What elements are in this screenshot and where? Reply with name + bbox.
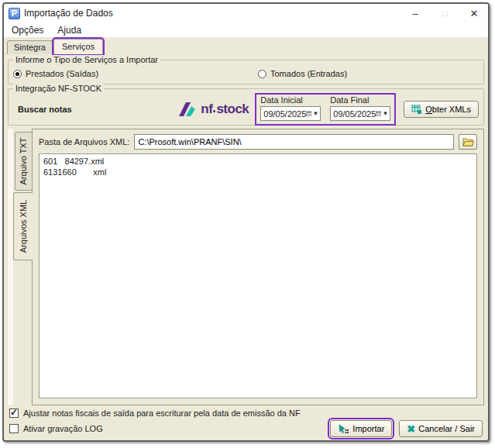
import-dialog-window: P Importação de Dados – □ ✕ Opções Ajuda… <box>2 2 490 442</box>
data-final-label: Data Final <box>330 95 390 105</box>
cancelar-label: Cancelar / Sair <box>418 424 475 433</box>
radio-prestados[interactable]: Prestados (Saídas) <box>13 69 98 78</box>
xml-file-list[interactable]: 601 84297.xml 6131660 xml <box>39 153 477 398</box>
window-title: Importação de Dados <box>24 8 113 19</box>
radio-tomados-label: Tomados (Entradas) <box>270 69 347 78</box>
obter-xmls-icon <box>411 105 422 115</box>
browse-folder-button[interactable] <box>459 134 477 150</box>
maximize-button[interactable]: □ <box>438 7 451 19</box>
pasta-label: Pasta de Arquivos XML: <box>39 137 129 146</box>
checkbox-checked-icon[interactable] <box>9 408 19 418</box>
pasta-row: Pasta de Arquivos XML: <box>39 134 477 150</box>
dates-annotation-box: Data Inicial 09/05/2025 ▼ <box>255 93 396 126</box>
xml-file-item[interactable]: 6131660 xml <box>43 167 473 177</box>
data-final-group: Data Final 09/05/2025 ▼ <box>330 95 390 121</box>
data-inicial-input[interactable]: 09/05/2025 ▼ <box>260 106 321 121</box>
importar-button[interactable]: Importar <box>330 420 392 437</box>
calendar-icon[interactable] <box>306 109 311 118</box>
menu-opcoes[interactable]: Opções <box>12 25 43 36</box>
checkbox-log-row[interactable]: Ativar gravação LOG <box>9 424 330 433</box>
data-inicial-group: Data Inicial 09/05/2025 ▼ <box>260 95 321 121</box>
nfstock-logo-text: nfstock <box>201 102 249 117</box>
checkbox-ajustar-label: Ajustar notas fiscais de saída para escr… <box>23 408 301 418</box>
obter-xmls-button[interactable]: Obter XMLs <box>404 101 479 118</box>
radio-selected-icon[interactable] <box>13 70 22 78</box>
cancelar-sair-button[interactable]: ✖ Cancelar / Sair <box>399 420 483 437</box>
cancel-x-icon: ✖ <box>407 423 415 435</box>
tab-arquivo-txt[interactable]: Arquivo TXT <box>15 132 32 191</box>
service-type-group-title: Informe o Tipo de Serviços a Importar <box>13 55 160 64</box>
nfstock-groupbox: Integração NF-STOCK Buscar notas nfstock… <box>8 88 484 126</box>
arquivos-xml-page: Pasta de Arquivos XML: 601 84297.xml 613… <box>32 129 484 405</box>
nfstock-logo-icon <box>177 100 198 119</box>
left-strip <box>8 129 13 405</box>
footer-bottom-row: Ativar gravação LOG Importar <box>9 420 483 437</box>
tab-servicos[interactable]: Serviços <box>53 39 103 54</box>
data-inicial-value: 09/05/2025 <box>263 109 306 119</box>
menu-ajuda[interactable]: Ajuda <box>57 25 81 36</box>
data-final-input[interactable]: 09/05/2025 ▼ <box>330 106 390 121</box>
file-pagecontrol: Arquivo TXT Arquivos XML Pasta de Arquiv… <box>8 129 484 405</box>
checkbox-log-label: Ativar gravação LOG <box>23 424 103 433</box>
titlebar: P Importação de Dados – □ ✕ <box>4 4 488 22</box>
radio-unselected-icon[interactable] <box>258 70 266 78</box>
date-dropdown-arrow-icon[interactable]: ▼ <box>381 110 390 117</box>
data-final-value: 09/05/2025 <box>333 109 376 119</box>
app-logo-icon: P <box>9 8 20 19</box>
tab-sintegra[interactable]: Sintegra <box>7 40 53 54</box>
checkbox-unchecked-icon[interactable] <box>9 424 19 433</box>
nfstock-group-title: Integração NF-STOCK <box>13 84 104 93</box>
date-dropdown-arrow-icon[interactable]: ▼ <box>311 110 320 117</box>
tab-bar: Sintegra Serviços <box>4 37 488 54</box>
importar-label: Importar <box>352 424 384 433</box>
close-button[interactable]: ✕ <box>468 7 480 19</box>
data-inicial-label: Data Inicial <box>260 95 321 105</box>
window-controls: – □ ✕ <box>409 7 483 19</box>
side-tab-strip: Arquivo TXT Arquivos XML <box>13 129 32 405</box>
menubar: Opções Ajuda <box>4 22 488 37</box>
buscar-notas-label: Buscar notas <box>18 105 72 114</box>
nfstock-logo: nfstock <box>177 100 249 119</box>
logo-dot-icon <box>213 110 215 112</box>
minimize-button[interactable]: – <box>409 7 421 19</box>
xml-file-item[interactable]: 601 84297.xml <box>43 156 473 167</box>
radio-tomados[interactable]: Tomados (Entradas) <box>258 69 347 78</box>
import-icon <box>338 423 349 434</box>
action-buttons: Importar ✖ Cancelar / Sair <box>330 420 483 437</box>
dialog-content: Informe o Tipo de Serviços a Importar Pr… <box>4 54 488 440</box>
service-type-groupbox: Informe o Tipo de Serviços a Importar Pr… <box>8 60 484 84</box>
checkbox-ajustar-row[interactable]: Ajustar notas fiscais de saída para escr… <box>9 408 483 418</box>
pasta-input[interactable] <box>134 134 454 150</box>
radio-prestados-label: Prestados (Saídas) <box>26 69 98 78</box>
calendar-icon[interactable] <box>376 109 381 118</box>
tab-arquivos-xml[interactable]: Arquivos XML <box>13 192 33 260</box>
footer: Ajustar notas fiscais de saída para escr… <box>8 408 484 437</box>
folder-open-icon <box>462 137 474 146</box>
